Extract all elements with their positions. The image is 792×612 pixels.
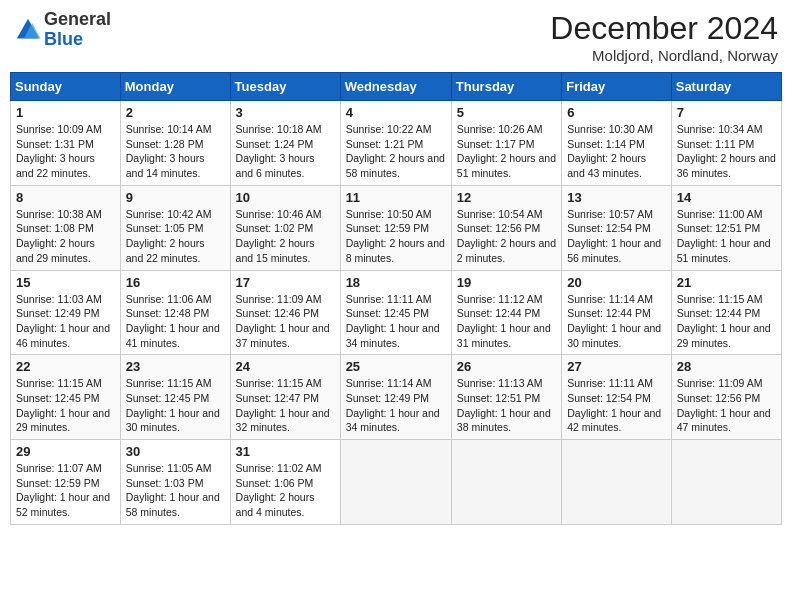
calendar-day-header: Sunday: [11, 73, 121, 101]
day-info: Sunrise: 11:11 AMSunset: 12:45 PMDayligh…: [346, 293, 440, 349]
calendar-day-cell: 2Sunrise: 10:14 AMSunset: 1:28 PMDayligh…: [120, 101, 230, 186]
day-info: Sunrise: 11:15 AMSunset: 12:45 PMDayligh…: [16, 377, 110, 433]
page-header: General Blue December 2024 Moldjord, Nor…: [10, 10, 782, 64]
day-info: Sunrise: 10:09 AMSunset: 1:31 PMDaylight…: [16, 123, 102, 179]
calendar-table: SundayMondayTuesdayWednesdayThursdayFrid…: [10, 72, 782, 525]
calendar-day-cell: [562, 440, 672, 525]
day-info: Sunrise: 11:15 AMSunset: 12:47 PMDayligh…: [236, 377, 330, 433]
day-info: Sunrise: 10:50 AMSunset: 12:59 PMDayligh…: [346, 208, 445, 264]
day-info: Sunrise: 11:02 AMSunset: 1:06 PMDaylight…: [236, 462, 322, 518]
day-number: 28: [677, 359, 776, 374]
day-info: Sunrise: 11:09 AMSunset: 12:56 PMDayligh…: [677, 377, 771, 433]
calendar-day-cell: 15Sunrise: 11:03 AMSunset: 12:49 PMDayli…: [11, 270, 121, 355]
calendar-day-cell: 21Sunrise: 11:15 AMSunset: 12:44 PMDayli…: [671, 270, 781, 355]
calendar-day-header: Friday: [562, 73, 672, 101]
calendar-day-cell: 20Sunrise: 11:14 AMSunset: 12:44 PMDayli…: [562, 270, 672, 355]
day-info: Sunrise: 11:03 AMSunset: 12:49 PMDayligh…: [16, 293, 110, 349]
day-info: Sunrise: 10:22 AMSunset: 1:21 PMDaylight…: [346, 123, 445, 179]
day-info: Sunrise: 10:30 AMSunset: 1:14 PMDaylight…: [567, 123, 653, 179]
calendar-week-row: 1Sunrise: 10:09 AMSunset: 1:31 PMDayligh…: [11, 101, 782, 186]
calendar-day-cell: 19Sunrise: 11:12 AMSunset: 12:44 PMDayli…: [451, 270, 561, 355]
day-number: 24: [236, 359, 335, 374]
calendar-day-cell: 9Sunrise: 10:42 AMSunset: 1:05 PMDayligh…: [120, 185, 230, 270]
logo-icon: [14, 16, 42, 44]
day-number: 29: [16, 444, 115, 459]
calendar-day-cell: 28Sunrise: 11:09 AMSunset: 12:56 PMDayli…: [671, 355, 781, 440]
day-info: Sunrise: 10:38 AMSunset: 1:08 PMDaylight…: [16, 208, 102, 264]
calendar-day-cell: 11Sunrise: 10:50 AMSunset: 12:59 PMDayli…: [340, 185, 451, 270]
day-number: 26: [457, 359, 556, 374]
location-text: Moldjord, Nordland, Norway: [550, 47, 778, 64]
day-number: 10: [236, 190, 335, 205]
calendar-day-header: Tuesday: [230, 73, 340, 101]
day-info: Sunrise: 10:46 AMSunset: 1:02 PMDaylight…: [236, 208, 322, 264]
day-number: 12: [457, 190, 556, 205]
calendar-day-header: Thursday: [451, 73, 561, 101]
day-info: Sunrise: 11:14 AMSunset: 12:44 PMDayligh…: [567, 293, 661, 349]
day-number: 25: [346, 359, 446, 374]
day-number: 7: [677, 105, 776, 120]
day-number: 16: [126, 275, 225, 290]
calendar-day-cell: 26Sunrise: 11:13 AMSunset: 12:51 PMDayli…: [451, 355, 561, 440]
calendar-day-cell: 6Sunrise: 10:30 AMSunset: 1:14 PMDayligh…: [562, 101, 672, 186]
day-number: 13: [567, 190, 666, 205]
calendar-day-header: Saturday: [671, 73, 781, 101]
calendar-day-cell: 22Sunrise: 11:15 AMSunset: 12:45 PMDayli…: [11, 355, 121, 440]
calendar-day-cell: 24Sunrise: 11:15 AMSunset: 12:47 PMDayli…: [230, 355, 340, 440]
calendar-day-cell: 3Sunrise: 10:18 AMSunset: 1:24 PMDayligh…: [230, 101, 340, 186]
day-number: 17: [236, 275, 335, 290]
calendar-day-cell: 25Sunrise: 11:14 AMSunset: 12:49 PMDayli…: [340, 355, 451, 440]
calendar-day-cell: [671, 440, 781, 525]
calendar-day-cell: 10Sunrise: 10:46 AMSunset: 1:02 PMDaylig…: [230, 185, 340, 270]
calendar-day-cell: 23Sunrise: 11:15 AMSunset: 12:45 PMDayli…: [120, 355, 230, 440]
day-number: 27: [567, 359, 666, 374]
day-number: 14: [677, 190, 776, 205]
day-info: Sunrise: 11:13 AMSunset: 12:51 PMDayligh…: [457, 377, 551, 433]
calendar-day-cell: [451, 440, 561, 525]
day-number: 1: [16, 105, 115, 120]
calendar-day-cell: 4Sunrise: 10:22 AMSunset: 1:21 PMDayligh…: [340, 101, 451, 186]
logo-general-text: General: [44, 10, 111, 30]
month-title: December 2024: [550, 10, 778, 47]
day-info: Sunrise: 11:15 AMSunset: 12:45 PMDayligh…: [126, 377, 220, 433]
day-info: Sunrise: 11:05 AMSunset: 1:03 PMDaylight…: [126, 462, 220, 518]
day-number: 15: [16, 275, 115, 290]
calendar-day-cell: 14Sunrise: 11:00 AMSunset: 12:51 PMDayli…: [671, 185, 781, 270]
calendar-day-cell: 7Sunrise: 10:34 AMSunset: 1:11 PMDayligh…: [671, 101, 781, 186]
day-number: 8: [16, 190, 115, 205]
day-number: 6: [567, 105, 666, 120]
calendar-day-cell: 16Sunrise: 11:06 AMSunset: 12:48 PMDayli…: [120, 270, 230, 355]
calendar-day-cell: 31Sunrise: 11:02 AMSunset: 1:06 PMDaylig…: [230, 440, 340, 525]
day-info: Sunrise: 11:09 AMSunset: 12:46 PMDayligh…: [236, 293, 330, 349]
day-info: Sunrise: 10:14 AMSunset: 1:28 PMDaylight…: [126, 123, 212, 179]
day-info: Sunrise: 11:07 AMSunset: 12:59 PMDayligh…: [16, 462, 110, 518]
calendar-day-header: Wednesday: [340, 73, 451, 101]
day-info: Sunrise: 11:00 AMSunset: 12:51 PMDayligh…: [677, 208, 771, 264]
calendar-header-row: SundayMondayTuesdayWednesdayThursdayFrid…: [11, 73, 782, 101]
day-number: 20: [567, 275, 666, 290]
day-number: 3: [236, 105, 335, 120]
day-info: Sunrise: 11:14 AMSunset: 12:49 PMDayligh…: [346, 377, 440, 433]
calendar-day-cell: 30Sunrise: 11:05 AMSunset: 1:03 PMDaylig…: [120, 440, 230, 525]
day-number: 18: [346, 275, 446, 290]
day-number: 2: [126, 105, 225, 120]
day-number: 5: [457, 105, 556, 120]
day-info: Sunrise: 10:26 AMSunset: 1:17 PMDaylight…: [457, 123, 556, 179]
calendar-day-cell: 18Sunrise: 11:11 AMSunset: 12:45 PMDayli…: [340, 270, 451, 355]
day-info: Sunrise: 10:54 AMSunset: 12:56 PMDayligh…: [457, 208, 556, 264]
day-number: 22: [16, 359, 115, 374]
day-number: 9: [126, 190, 225, 205]
calendar-day-header: Monday: [120, 73, 230, 101]
calendar-day-cell: 5Sunrise: 10:26 AMSunset: 1:17 PMDayligh…: [451, 101, 561, 186]
calendar-week-row: 29Sunrise: 11:07 AMSunset: 12:59 PMDayli…: [11, 440, 782, 525]
calendar-day-cell: [340, 440, 451, 525]
day-number: 4: [346, 105, 446, 120]
day-info: Sunrise: 11:12 AMSunset: 12:44 PMDayligh…: [457, 293, 551, 349]
day-info: Sunrise: 10:18 AMSunset: 1:24 PMDaylight…: [236, 123, 322, 179]
calendar-day-cell: 8Sunrise: 10:38 AMSunset: 1:08 PMDayligh…: [11, 185, 121, 270]
calendar-week-row: 15Sunrise: 11:03 AMSunset: 12:49 PMDayli…: [11, 270, 782, 355]
logo-blue-text: Blue: [44, 30, 111, 50]
day-info: Sunrise: 10:57 AMSunset: 12:54 PMDayligh…: [567, 208, 661, 264]
calendar-day-cell: 13Sunrise: 10:57 AMSunset: 12:54 PMDayli…: [562, 185, 672, 270]
calendar-day-cell: 17Sunrise: 11:09 AMSunset: 12:46 PMDayli…: [230, 270, 340, 355]
